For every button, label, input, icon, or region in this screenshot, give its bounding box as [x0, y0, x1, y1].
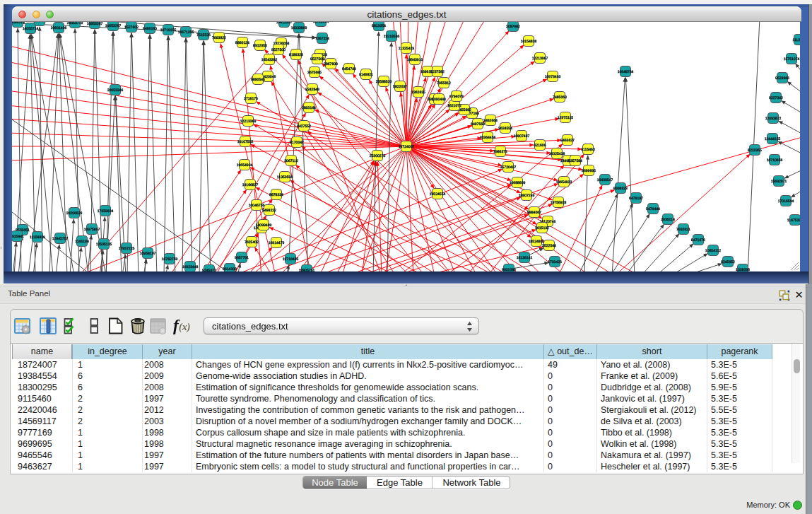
cell-in_degree[interactable]: 6 [78, 370, 141, 382]
column-header-year[interactable]: year [142, 344, 192, 359]
cell-year[interactable]: 2012 [144, 404, 190, 416]
cell-short[interactable]: Tibbo et al. (1998) [601, 427, 705, 438]
graph-edge[interactable] [671, 253, 708, 271]
graph-edge[interactable] [781, 100, 800, 115]
cell-title[interactable]: Estimation of the future numbers of pati… [196, 450, 542, 461]
select-rows-button[interactable] [86, 317, 103, 334]
network-view-canvas[interactable]: 1872400790463791405571495084792069140620… [12, 22, 800, 271]
cell-out_de[interactable]: 0 [548, 461, 595, 472]
graph-edge[interactable] [204, 41, 211, 271]
cell-name[interactable]: 9777169 [18, 427, 71, 438]
cell-pagerank[interactable]: 5.3E‑5 [711, 427, 770, 438]
graph-edge[interactable] [127, 33, 131, 271]
graph-edge[interactable] [295, 165, 410, 271]
cell-in_degree[interactable]: 1 [78, 450, 141, 461]
column-header-pagerank[interactable]: pagerank [707, 344, 772, 359]
graph-edge[interactable] [558, 185, 602, 271]
cell-short[interactable]: de Silva et al. (2003) [601, 416, 705, 427]
cell-name[interactable]: 9465546 [18, 450, 71, 461]
column-header-title[interactable]: title [192, 344, 543, 359]
graph-edge[interactable] [131, 33, 139, 271]
graph-edge[interactable] [12, 76, 406, 146]
graph-edge[interactable] [612, 78, 625, 271]
cell-year[interactable]: 1998 [144, 427, 190, 438]
show-columns-button[interactable] [40, 317, 57, 334]
graph-edge[interactable] [779, 121, 800, 136]
graph-edge[interactable] [784, 168, 800, 178]
cell-out_de[interactable]: 0 [548, 438, 595, 450]
cell-pagerank[interactable]: 5.5E‑5 [711, 404, 770, 416]
graph-edge[interactable] [625, 224, 664, 271]
cell-out_de[interactable]: 0 [548, 370, 595, 382]
cell-name[interactable]: 18300295 [18, 382, 71, 393]
cell-pagerank[interactable]: 5.3E‑5 [711, 359, 770, 370]
cell-short[interactable]: Dudbridge et al. (2008) [601, 382, 705, 393]
cell-title[interactable]: Corpus callosum shape and size in male p… [196, 427, 542, 438]
network-window-titlebar[interactable]: citations_edges.txt [12, 6, 801, 22]
cell-year[interactable]: 2008 [144, 359, 190, 370]
cell-short[interactable]: Jankovic et al. (1997) [601, 393, 705, 404]
cell-in_degree[interactable]: 1 [78, 359, 141, 370]
import-table-disabled-button[interactable] [150, 317, 167, 334]
cell-in_degree[interactable]: 1 [78, 438, 141, 450]
cell-out_de[interactable]: 0 [548, 404, 595, 416]
tab-network-table[interactable]: Network Table [433, 477, 511, 489]
graph-edge[interactable] [299, 34, 308, 271]
graph-edge[interactable] [78, 247, 81, 272]
cell-pagerank[interactable]: 5.3E‑5 [711, 461, 770, 472]
cell-name[interactable]: 19384554 [18, 370, 71, 382]
select-all-button[interactable] [64, 317, 81, 334]
cell-name[interactable]: 9699695 [18, 438, 71, 450]
cell-in_degree[interactable]: 2 [78, 416, 141, 427]
cell-in_degree[interactable]: 2 [78, 393, 141, 404]
cell-title[interactable]: Investigating the contribution of common… [196, 404, 542, 416]
column-header-name[interactable]: name [12, 344, 72, 359]
scrollbar-thumb[interactable] [794, 359, 800, 373]
cell-year[interactable]: 1997 [144, 461, 190, 472]
graph-edge[interactable] [168, 36, 175, 271]
cell-year[interactable]: 1997 [144, 393, 190, 404]
cell-short[interactable]: Franke et al. (2009) [601, 370, 705, 382]
column-header-short[interactable]: short [596, 344, 707, 359]
cell-year[interactable]: 1997 [144, 450, 190, 461]
graph-edge[interactable] [95, 30, 102, 271]
graph-edge[interactable] [75, 29, 79, 271]
cell-out_de[interactable]: 0 [548, 416, 595, 427]
cell-year[interactable]: 2008 [144, 382, 190, 393]
column-header-in_degree[interactable]: in_degree [72, 344, 142, 359]
graph-edge[interactable] [318, 197, 521, 271]
cell-out_de[interactable]: 0 [548, 382, 595, 393]
cell-short[interactable]: Hescheler et al. (1997) [601, 461, 705, 472]
cell-out_de[interactable]: 49 [548, 359, 595, 370]
graph-edge[interactable] [145, 35, 150, 271]
tab-edge-table[interactable]: Edge Table [367, 477, 432, 489]
cell-short[interactable]: Nakamura et al. (1997) [601, 450, 705, 461]
cell-year[interactable]: 2009 [144, 370, 190, 382]
column-header-out_de[interactable]: △ out_de… [543, 344, 596, 359]
table-scrollbar[interactable] [792, 344, 800, 463]
cell-year[interactable]: 1998 [144, 438, 190, 450]
cell-title[interactable]: Disruption of a novel member of a sodium… [196, 416, 542, 427]
cell-in_degree[interactable]: 1 [78, 461, 141, 472]
cell-in_degree[interactable]: 2 [78, 404, 141, 416]
graph-edge[interactable] [165, 264, 168, 271]
graph-edge[interactable] [787, 81, 800, 95]
cell-title[interactable]: Structural magnetic resonance image aver… [196, 438, 542, 450]
graph-edge[interactable] [269, 227, 382, 271]
cell-short[interactable]: Stergiakouli et al. (2012) [601, 404, 705, 416]
cell-out_de[interactable]: 0 [548, 450, 595, 461]
graph-edge[interactable] [778, 141, 800, 156]
cell-out_de[interactable]: 0 [548, 393, 595, 404]
cell-name[interactable]: 9115460 [18, 393, 71, 404]
cell-pagerank[interactable]: 5.3E‑5 [711, 438, 770, 450]
cell-pagerank[interactable]: 5.9E‑5 [711, 382, 770, 393]
cell-name[interactable]: 22420046 [18, 404, 71, 416]
graph-edge[interactable] [150, 35, 157, 271]
table-settings-button[interactable] [14, 317, 31, 334]
cell-name[interactable]: 18724007 [18, 359, 71, 370]
tab-node-table[interactable]: Node Table [303, 477, 367, 489]
graph-edge[interactable] [686, 264, 722, 271]
delete-trash-button[interactable] [129, 317, 146, 334]
cell-pagerank[interactable]: 5.3E‑5 [711, 450, 770, 461]
cell-title[interactable]: Genome‑wide association studies in ADHD. [196, 370, 542, 382]
